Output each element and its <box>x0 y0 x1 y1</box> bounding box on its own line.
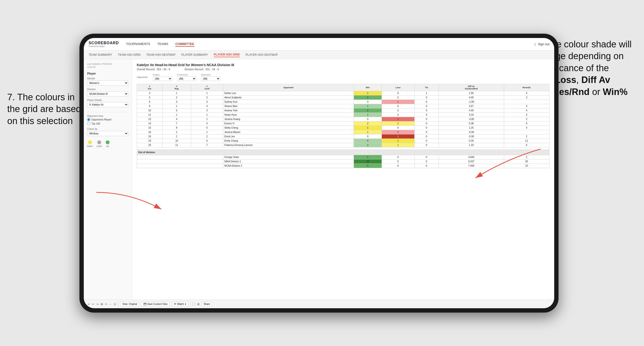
toolbar-divider <box>118 302 118 307</box>
table-row: 311 Esther Lee 1 0 1 1.50 4 <box>137 91 550 95</box>
toolbar-watch[interactable]: 👁 Watch ▾ <box>172 302 188 306</box>
nav-signout[interactable]: Sign out <box>538 42 550 46</box>
sub-nav-team-summary[interactable]: TEAM SUMMARY <box>88 53 112 57</box>
colour-dots: Down Level Up <box>87 140 128 147</box>
logo-area: SCOREBOARD Powered by clippd <box>88 41 119 47</box>
sidebar-radio-top100[interactable]: Top 100 <box>87 122 128 125</box>
filter-row: Opponents: Region (All) Conference (All) <box>137 74 550 81</box>
sidebar-gender-select[interactable]: Women's <box>87 81 128 86</box>
nav-committee[interactable]: COMMITTEE <box>176 42 194 47</box>
colour-dot-down <box>88 140 92 144</box>
sub-nav-player-summary[interactable]: PLAYER SUMMARY <box>181 53 208 57</box>
overall-record: Overall Record: 353 - 34 - 6 <box>137 68 170 71</box>
nav-bar: SCOREBOARD Powered by clippd TOURNAMENTS… <box>84 38 554 50</box>
filter-conference: Conference (All) <box>177 74 196 81</box>
sidebar-division-label: Division <box>87 88 128 91</box>
sidebar-player-title: Player <box>87 72 128 75</box>
table-row: 1585 Stella Cheng 1 0 0 1.25 4 <box>137 126 550 130</box>
colour-label-down: Down <box>87 145 93 147</box>
colour-dot-up <box>106 140 110 144</box>
table-row: 1474 Eunice Yi 2 2 0 0.38 9 <box>137 121 550 126</box>
colour-item-level: Level <box>96 140 102 147</box>
table-row: 1822 Euna Lee 0 1 0 -5.00 2 <box>137 134 550 139</box>
toolbar-expand[interactable]: ⛶ <box>192 303 195 306</box>
sidebar-gender-label: Gender <box>87 77 128 80</box>
sidebar: Last Updated: 27/03/202416:55:38 Player … <box>84 59 132 300</box>
table-row: 1111 Heejo Hyun 1 0 0 3.33 3 <box>137 113 550 117</box>
colour-section: Colour by Win/loss Down Level <box>87 128 128 147</box>
sidebar-colour-by-label: Colour by <box>87 128 128 130</box>
table-row: 633 Sydney Kuo 0 1 0 -1.00 <box>137 100 550 104</box>
colour-item-down: Down <box>87 140 93 147</box>
toolbar-view-original[interactable]: View: Original <box>120 302 140 306</box>
table-record: Overall Record: 353 - 34 - 6 Division Re… <box>137 68 550 71</box>
toolbar-divider2 <box>190 302 190 307</box>
sidebar-player-rank-label: Player (Rank) <box>87 99 128 101</box>
toolbar-settings[interactable]: ⊙ <box>114 303 116 306</box>
table-row: 1341 Jessica Huang 0 1 0 -3.00 2 <box>137 117 550 121</box>
sub-nav: TEAM SUMMARY TEAM H2H GRID TEAM H2H HEAT… <box>84 50 554 59</box>
toolbar-share[interactable]: Share <box>202 302 212 306</box>
nav-separator: | <box>535 42 536 46</box>
toolbar-grid[interactable]: ⊞ <box>101 303 103 306</box>
col-win: Win <box>354 84 382 91</box>
colour-label-up: Up <box>106 145 109 147</box>
sub-nav-player-h2h-grid[interactable]: PLAYER H2H GRID <box>214 52 240 57</box>
col-reg: #Reg <box>162 84 191 91</box>
sidebar-radio-opponents[interactable]: Opponents Played <box>87 118 128 121</box>
table-row: 1611 Jessica Mason 1 2 0 -0.94 <box>137 130 550 134</box>
sidebar-opponent-view-label: Opponent view <box>87 115 128 117</box>
filter-opponent-select[interactable]: (All) <box>201 76 220 81</box>
table-row: 522 Alexis Sudjianto 1 0 0 4.00 3 <box>137 95 550 100</box>
sub-nav-team-h2h-heatmap[interactable]: TEAM H2H HEATMAP <box>146 53 176 57</box>
col-diff: Diff AvStrokes/Rnd <box>439 84 504 91</box>
col-opponent: Opponent <box>223 84 354 91</box>
table-row: 1063 Andrea York 2 0 0 4.00 4 <box>137 108 550 113</box>
arrow-right <box>471 144 543 187</box>
filter-opponent: Opponent (All) <box>201 74 220 81</box>
col-tie: Tie <box>414 84 439 91</box>
table-row: 19106 Emily Chang 4 1 0 0.30 11 <box>137 139 550 143</box>
filter-conference-label: Conference <box>177 74 196 76</box>
filter-region-label: Region <box>153 74 172 76</box>
toolbar-cut[interactable]: ✂ <box>105 303 107 306</box>
toolbar-undo2[interactable]: ↩ <box>92 303 94 306</box>
logo-sub: Powered by clippd <box>88 45 119 47</box>
col-div: #Div <box>137 84 162 91</box>
colour-dot-level <box>97 140 101 144</box>
toolbar-redo[interactable]: ↪ <box>96 303 99 306</box>
col-rounds: Rounds <box>504 84 549 91</box>
nav-tournaments[interactable]: TOURNAMENTS <box>126 42 150 47</box>
col-conf: #Conf <box>191 84 223 91</box>
sidebar-radio-group: Opponents Played Top 100 <box>87 118 128 125</box>
nav-right: | Sign out <box>535 42 550 46</box>
nav-links: TOURNAMENTS TEAMS COMMITTEE <box>126 42 535 47</box>
toolbar-save-custom[interactable]: 💾 Save Custom View <box>141 302 170 306</box>
toolbar-grid2[interactable]: ⊞ <box>197 303 200 306</box>
colour-label-level: Level <box>96 145 102 147</box>
opponents-label: Opponents: <box>137 76 148 78</box>
sidebar-divider <box>87 112 128 112</box>
col-loss: Loss <box>382 84 414 91</box>
sidebar-colour-by-select[interactable]: Win/loss <box>87 131 128 136</box>
table-row: 914 Sharon Mun 1 0 0 3.67 3 <box>137 104 550 108</box>
toolbar: ↩ ↩ ↪ ⊞ ✂ ··· ⊙ View: Original 💾 Save Cu… <box>84 300 554 308</box>
sidebar-timestamp: Last Updated: 27/03/202416:55:38 <box>87 62 128 69</box>
filter-region-select[interactable]: (All) <box>153 76 172 81</box>
logo-text: SCOREBOARD <box>88 41 119 45</box>
sidebar-player-rank-select[interactable]: 8. Katelyn Vo <box>87 102 128 107</box>
table-title: Katelyn Vo Head-to-Head Grid for Women's… <box>137 63 550 67</box>
nav-teams[interactable]: TEAMS <box>158 42 168 47</box>
sidebar-division-select[interactable]: NCAA Division III <box>87 91 128 96</box>
toolbar-more[interactable]: ··· <box>109 303 112 306</box>
toolbar-undo[interactable]: ↩ <box>88 303 90 306</box>
colour-item-up: Up <box>106 140 110 147</box>
sub-nav-player-h2h-heatmap[interactable]: PLAYER H2H HEATMAP <box>246 53 278 57</box>
annotation-left: 7. The colours in the grid are based on … <box>7 91 89 127</box>
filter-region: Region (All) <box>153 74 172 81</box>
filter-conference-select[interactable]: (All) <box>177 76 196 81</box>
division-record: Division Record: 331 - 34 - 6 <box>185 68 219 71</box>
filter-opponent-label: Opponent <box>201 74 220 76</box>
sub-nav-team-h2h-grid[interactable]: TEAM H2H GRID <box>118 53 140 57</box>
